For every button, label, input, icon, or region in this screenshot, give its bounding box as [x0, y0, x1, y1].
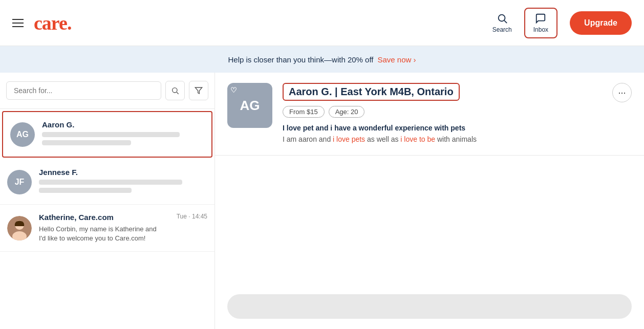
message-area: [215, 156, 644, 329]
contact-name-aaron: Aaron G.: [42, 120, 204, 129]
main-content: AG Aaron G. JF Jennese F.: [0, 73, 644, 329]
promo-banner: Help is closer than you think—with 20% o…: [0, 46, 644, 73]
svg-marker-4: [195, 87, 202, 94]
banner-text: Help is closer than you think—with 20% o…: [228, 55, 373, 64]
contact-info-aaron: Aaron G.: [42, 120, 204, 148]
contact-name-katherine: Katherine, Care.com: [39, 213, 114, 222]
contact-info-jennese: Jennese F.: [39, 168, 207, 196]
svg-line-3: [177, 92, 179, 94]
svg-point-0: [498, 14, 505, 21]
contact-item-aaron[interactable]: AG Aaron G.: [2, 111, 212, 158]
detail-info: Aaron G. | East York M4B, Ontario From $…: [283, 83, 632, 145]
bio-highlight-2: i love to be: [400, 135, 435, 143]
contact-name-jennese: Jennese F.: [39, 168, 207, 177]
inbox-nav-item[interactable]: Inbox: [524, 8, 557, 38]
contact-preview-katherine: Hello Corbin, my name is Katherine and I…: [39, 225, 207, 243]
skeleton-line: [42, 132, 180, 137]
detail-panel: ♡ AG Aaron G. | East York M4B, Ontario F…: [215, 73, 644, 329]
contact-item-katherine[interactable]: Katherine, Care.com Tue · 14:45 Hello Co…: [0, 205, 214, 252]
upgrade-button[interactable]: Upgrade: [570, 11, 632, 35]
contact-list: AG Aaron G. JF Jennese F.: [0, 109, 214, 329]
svg-point-2: [173, 88, 177, 93]
detail-bio-title: I love pet and i have a wonderful experi…: [283, 124, 632, 132]
katherine-photo: [7, 216, 32, 240]
save-now-link[interactable]: Save now ›: [378, 55, 416, 64]
skeleton-line: [39, 188, 132, 193]
search-nav-item[interactable]: Search: [484, 9, 520, 37]
skeleton-line: [39, 180, 182, 185]
more-options-button[interactable]: ···: [612, 83, 632, 102]
header-left: care.: [12, 12, 71, 34]
avatar-katherine: [7, 216, 32, 240]
search-icon: [497, 13, 508, 24]
hamburger-icon[interactable]: [12, 19, 24, 27]
header: care. Search Inbox Upgrade: [0, 0, 644, 46]
detail-name: Aaron G. | East York M4B, Ontario: [289, 86, 454, 97]
search-input[interactable]: [6, 81, 161, 100]
heart-icon: ♡: [230, 86, 237, 94]
contact-meta-katherine: Katherine, Care.com Tue · 14:45: [39, 213, 207, 225]
tag-price: From $15: [283, 106, 325, 118]
inbox-label: Inbox: [533, 26, 548, 33]
sidebar: AG Aaron G. JF Jennese F.: [0, 73, 215, 329]
search-btn-icon: [171, 86, 179, 95]
svg-line-1: [504, 20, 507, 23]
search-label: Search: [492, 26, 512, 33]
tag-age: Age: 20: [329, 106, 365, 118]
contact-timestamp-katherine: Tue · 14:45: [177, 213, 207, 220]
bio-highlight-1: i love pets: [333, 135, 365, 143]
bio-text-2: as well as: [365, 135, 400, 143]
avatar-aaron: AG: [10, 122, 35, 147]
header-right: Search Inbox Upgrade: [484, 8, 632, 38]
skeleton-line: [42, 140, 131, 145]
logo: care.: [34, 12, 71, 34]
contact-item-jennese[interactable]: JF Jennese F.: [0, 160, 214, 205]
filter-icon: [195, 86, 203, 95]
search-bar: [0, 73, 214, 109]
detail-tags: From $15 Age: 20: [283, 106, 632, 118]
message-input-skeleton: [227, 294, 632, 319]
bio-text-1: I am aaron and: [283, 135, 333, 143]
avatar-jennese: JF: [7, 170, 32, 194]
detail-bio: I am aaron and i love pets as well as i …: [283, 134, 632, 145]
detail-header: ♡ AG Aaron G. | East York M4B, Ontario F…: [215, 73, 644, 156]
detail-name-box: Aaron G. | East York M4B, Ontario: [283, 83, 460, 101]
contact-info-katherine: Katherine, Care.com Tue · 14:45 Hello Co…: [39, 213, 207, 243]
bio-text-3: with animals: [435, 135, 477, 143]
detail-avatar: ♡ AG: [227, 83, 272, 128]
search-button[interactable]: [165, 81, 185, 100]
inbox-icon: [535, 13, 546, 24]
filter-button[interactable]: [189, 81, 208, 100]
